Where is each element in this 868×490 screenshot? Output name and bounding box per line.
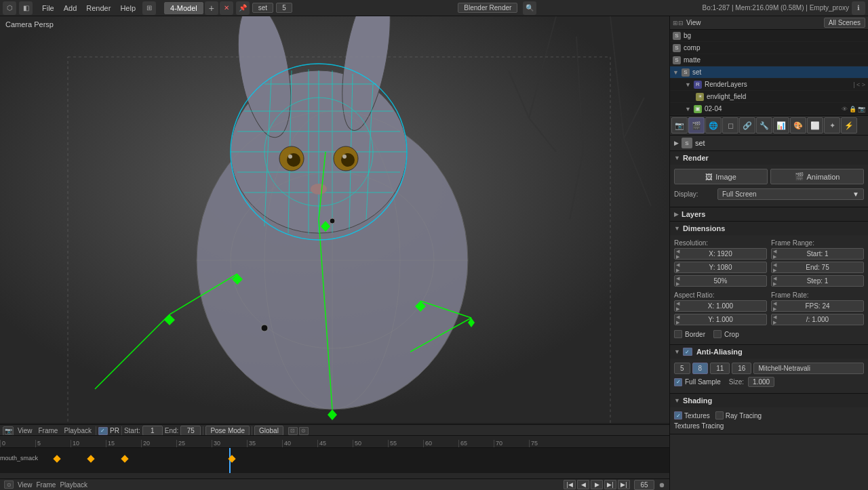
render-icon[interactable]: 📷 (858, 106, 865, 113)
set-label[interactable]: set (252, 3, 273, 13)
info-icon[interactable]: ℹ (852, 1, 865, 15)
prop-modifier-icon[interactable]: 🔧 (756, 117, 772, 134)
aa-5-btn[interactable]: 5 (674, 363, 690, 374)
menu-file[interactable]: File (38, 3, 58, 14)
screen-layout-icon[interactable]: ⊞ (142, 1, 156, 15)
camera-vis-icon[interactable]: 👁 (842, 106, 848, 113)
fps-left[interactable]: ◀ (773, 301, 776, 306)
aspect-x-field[interactable]: ◀▶ X: 1.000 (674, 300, 767, 312)
end-right-arrow[interactable]: ▶ (773, 268, 776, 272)
start-field[interactable]: ◀▶ Start: 1 (771, 248, 864, 260)
x-left-arrow[interactable]: ◀ (676, 249, 679, 253)
aa-section-header[interactable]: ▼ ✓ Anti-Aliasing (670, 345, 868, 359)
fps2-left[interactable]: ◀ (773, 314, 776, 319)
y-right-arrow[interactable]: ▶ (676, 268, 679, 272)
global-select[interactable]: Global (254, 426, 283, 436)
end-left-arrow[interactable]: ◀ (773, 262, 776, 267)
prop-object-icon[interactable]: ◻ (722, 117, 738, 134)
restrict-icon[interactable]: 🔒 (849, 106, 856, 113)
prev-frame-btn[interactable]: ◀ (577, 480, 589, 489)
ax-right[interactable]: ▶ (676, 306, 679, 311)
workspace-tab-4model[interactable]: 4-Model (164, 2, 203, 14)
pct-right-arrow[interactable]: ▶ (676, 281, 679, 286)
aa-16-btn[interactable]: 16 (732, 363, 751, 374)
keyframe-area[interactable]: mouth_smack (0, 448, 669, 473)
status-playback[interactable]: Playback (60, 481, 87, 489)
keyframe-dot[interactable] (87, 455, 94, 462)
percent-field[interactable]: ◀▶ 50% (674, 275, 767, 287)
prop-data-icon[interactable]: 📊 (773, 117, 789, 134)
pose-mode-select[interactable]: Pose Mode (205, 426, 250, 436)
playback-btn[interactable]: Playback (62, 427, 94, 434)
camera-icon[interactable]: 📷 (3, 426, 14, 436)
start-frame-input[interactable]: 1 (142, 426, 163, 436)
full-sample-checkbox[interactable]: ✓ (674, 378, 682, 386)
status-view[interactable]: View (18, 481, 33, 489)
prop-physics-icon[interactable]: ⚡ (841, 117, 857, 134)
fps2-field[interactable]: ◀▶ /: 1.000 (771, 314, 864, 325)
pct-left-arrow[interactable]: ◀ (676, 276, 679, 281)
keyframe-dot[interactable] (121, 455, 128, 462)
pr-checkbox[interactable]: ✓ (98, 427, 108, 435)
scene-dropdown[interactable]: All Scenes (824, 18, 865, 28)
ay-right[interactable]: ▶ (676, 320, 679, 325)
step-right-arrow[interactable]: ▶ (773, 281, 776, 286)
animation-render-btn[interactable]: 🎬 Animation (770, 169, 864, 184)
render-engine-select[interactable]: Blender Render (458, 3, 517, 13)
outliner-row-bg[interactable]: S bg (670, 30, 868, 42)
step-left-arrow[interactable]: ◀ (773, 276, 776, 281)
pin-icon[interactable]: 📌 (236, 1, 250, 15)
status-frame-label[interactable]: Frame (37, 481, 56, 489)
menu-help[interactable]: Help (116, 3, 140, 14)
ax-left[interactable]: ◀ (676, 301, 679, 306)
prop-material-icon[interactable]: 🎨 (790, 117, 806, 134)
x-right-arrow[interactable]: ▶ (676, 254, 679, 259)
outliner-row-matte[interactable]: S matte (670, 54, 868, 66)
add-workspace-icon[interactable]: + (205, 1, 218, 15)
view-btn[interactable]: View (16, 427, 35, 434)
display-value[interactable]: Full Screen ▼ (717, 188, 864, 200)
skip-start-btn[interactable]: |◀ (564, 480, 576, 489)
frame-btn[interactable]: Frame (37, 427, 60, 434)
prop-render-icon[interactable]: 📷 (671, 117, 688, 134)
size-field[interactable]: 1.000 (748, 377, 774, 387)
outliner-row-envlight[interactable]: ☀ envlight_field (670, 91, 868, 103)
status-icon[interactable]: ⊙ (4, 481, 14, 489)
step-field[interactable]: ◀▶ Step: 1 (771, 275, 864, 287)
crop-checkbox[interactable]: ✓ (713, 330, 722, 338)
resolution-x-field[interactable]: ◀▶ X: 1920 (674, 248, 767, 260)
current-frame-display[interactable]: 65 (634, 480, 654, 490)
outliner-row-comp[interactable]: S comp (670, 42, 868, 54)
prop-texture-icon[interactable]: ⬜ (807, 117, 823, 134)
end-field[interactable]: ◀▶ End: 75 (771, 262, 864, 273)
image-render-btn[interactable]: 🖼 Image (674, 169, 768, 184)
snap-icon[interactable]: ⊡ (288, 427, 298, 435)
shading-section-header[interactable]: ▼ Shading (670, 394, 868, 407)
aa-11-btn[interactable]: 11 (710, 363, 730, 374)
aa-checkbox[interactable]: ✓ (683, 348, 692, 356)
next-frame-btn[interactable]: ▶| (604, 480, 616, 489)
menu-add[interactable]: Add (60, 3, 81, 14)
record-icon[interactable]: ⏺ (658, 481, 665, 489)
close-workspace-icon[interactable]: ✕ (220, 1, 233, 15)
ray-tracing-checkbox[interactable]: ✓ (715, 411, 724, 420)
resolution-y-field[interactable]: ◀▶ Y: 1080 (674, 262, 767, 273)
outliner-row-renderlayers[interactable]: ▼ R RenderLayers | < > (670, 79, 868, 91)
ay-left[interactable]: ◀ (676, 314, 679, 319)
pivot-icon[interactable]: ⊙ (299, 427, 309, 435)
start-right-arrow[interactable]: ▶ (773, 254, 776, 259)
prop-particles-icon[interactable]: ✦ (824, 117, 840, 134)
outliner-row-set[interactable]: ▼ S set (670, 66, 868, 79)
end-frame-input[interactable]: 75 (180, 426, 201, 436)
y-left-arrow[interactable]: ◀ (676, 262, 679, 267)
outliner-row-02-04[interactable]: ▼ ▣ 02-04 👁 🔒 📷 (670, 103, 868, 115)
keyframe-dot[interactable] (53, 455, 60, 462)
prop-world-icon[interactable]: 🌐 (705, 117, 722, 134)
textures-checkbox[interactable]: ✓ (674, 411, 682, 420)
window-icon[interactable]: ◧ (19, 1, 33, 15)
start-left-arrow[interactable]: ◀ (773, 249, 776, 253)
aa-filter-select[interactable]: Mitchell-Netravali (753, 363, 864, 374)
play-btn[interactable]: ▶ (591, 480, 603, 489)
blender-logo-icon[interactable]: ⬡ (3, 1, 16, 15)
fps-right[interactable]: ▶ (773, 306, 776, 311)
